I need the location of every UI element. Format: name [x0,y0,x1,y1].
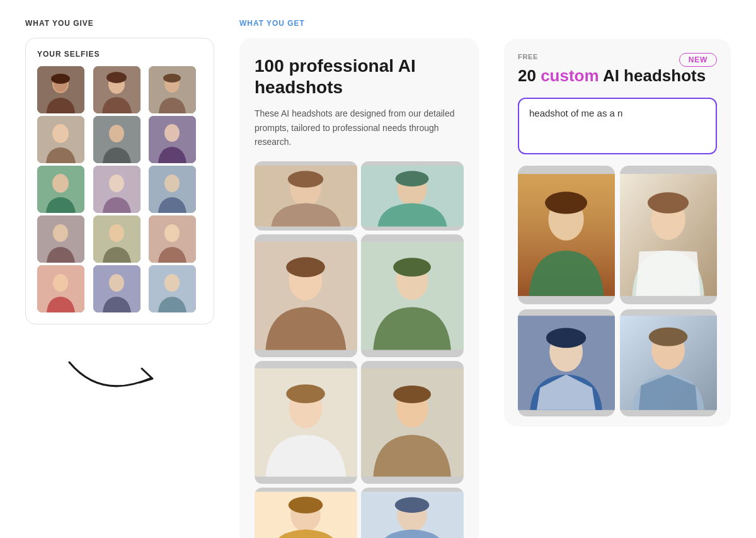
middle-section-label: WHAT YOU GET [239,19,479,28]
selfie-photo-8 [93,166,140,213]
selfie-photo-11 [93,215,140,263]
right-card: FREE NEW 20 custom AI headshots [504,39,731,426]
middle-column: WHAT YOU GET 100 professional AI headsho… [239,19,479,538]
svg-point-33 [164,274,180,292]
svg-point-51 [393,386,431,403]
arrow-icon [63,356,164,400]
middle-card-title: 100 professional AI headshots [255,55,464,98]
middle-card: 100 professional AI headshots These AI h… [239,38,479,538]
right-card-title: 20 custom AI headshots [518,66,717,86]
svg-point-54 [289,497,323,513]
svg-point-61 [545,192,587,214]
headshot-7 [255,488,357,538]
right-column: FREE NEW 20 custom AI headshots [504,19,731,538]
selfie-photo-3 [149,66,196,113]
svg-point-15 [164,124,180,142]
svg-point-48 [286,385,325,404]
svg-point-9 [163,74,181,83]
custom-photo-3 [518,309,615,416]
svg-point-36 [288,171,323,188]
selfies-grid [37,66,202,312]
svg-point-45 [393,258,431,277]
headshot-4 [361,234,464,357]
svg-point-72 [649,327,688,346]
custom-photo-4 [620,309,717,416]
svg-point-57 [395,498,430,513]
selfie-photo-13 [37,265,84,312]
new-badge: NEW [679,53,717,67]
selfie-photo-12 [149,215,196,263]
svg-point-3 [51,74,70,84]
selfie-photo-4 [37,116,84,163]
main-container: WHAT YOU GIVE YOUR SELFIES [0,0,756,538]
headshot-8 [361,488,464,538]
svg-point-6 [106,72,127,83]
svg-point-27 [164,224,180,242]
custom-photos-grid [518,166,717,416]
custom-photo-1 [518,166,615,304]
headshots-grid [255,161,464,538]
left-section-label: WHAT YOU GIVE [25,19,214,28]
selfie-photo-1 [37,66,84,113]
headshot-2 [361,161,464,231]
selfies-title: YOUR SELFIES [37,50,202,59]
title-number: 20 [518,66,541,85]
svg-point-64 [546,328,586,348]
selfie-photo-6 [149,116,196,163]
svg-point-21 [164,175,180,192]
svg-point-29 [53,274,68,292]
selfie-photo-9 [149,166,196,213]
selfie-photo-15 [149,265,196,312]
right-spacer [504,19,731,39]
svg-point-13 [109,125,124,142]
svg-point-68 [648,192,689,213]
prompt-input[interactable] [518,98,717,154]
selfies-box: YOUR SELFIES [25,38,214,324]
left-column: WHAT YOU GIVE YOUR SELFIES [25,19,214,538]
headshot-3 [255,234,357,357]
selfie-photo-2 [93,66,140,113]
custom-photo-2 [620,166,717,304]
svg-point-31 [109,274,124,292]
svg-point-42 [286,258,325,278]
arrow-container [25,356,214,400]
svg-point-17 [52,174,69,193]
selfie-photo-10 [37,215,84,263]
headshot-5 [255,361,357,484]
headshot-1 [255,161,357,231]
svg-point-23 [53,224,68,242]
selfie-photo-14 [93,265,140,312]
selfie-photo-5 [93,116,140,163]
svg-point-19 [109,175,124,192]
title-end: AI headshots [599,66,706,85]
svg-point-25 [109,224,124,242]
svg-point-39 [396,171,429,187]
title-custom: custom [541,66,598,85]
selfie-photo-7 [37,166,84,213]
headshot-6 [361,361,464,484]
svg-point-11 [52,124,69,143]
middle-card-description: These AI headshots are designed from our… [255,106,464,149]
